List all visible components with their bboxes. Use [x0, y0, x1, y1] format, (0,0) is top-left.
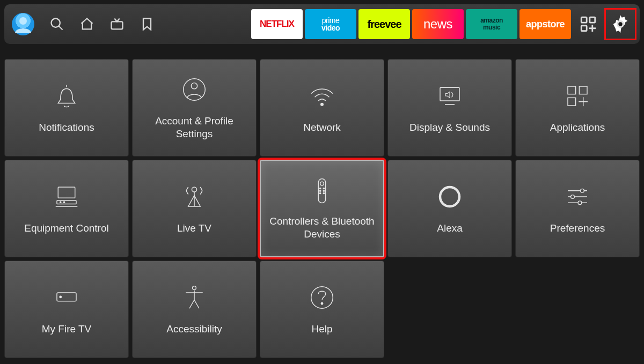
- antenna-icon: [180, 182, 209, 211]
- svg-point-23: [63, 202, 64, 203]
- person-circle-icon: [180, 75, 209, 104]
- svg-rect-15: [568, 86, 576, 94]
- equipment-icon: [52, 182, 81, 211]
- app-primevideo[interactable]: prime video: [305, 9, 356, 39]
- svg-point-34: [323, 193, 324, 194]
- card-preferences[interactable]: Preferences: [515, 160, 640, 257]
- card-label: Display & Sounds: [409, 121, 490, 134]
- svg-line-47: [189, 300, 194, 309]
- app-amazon-music[interactable]: amazon music: [466, 9, 517, 39]
- card-label: Help: [311, 323, 332, 336]
- svg-rect-5: [590, 17, 595, 23]
- svg-point-41: [578, 201, 582, 205]
- sliders-icon: [563, 182, 592, 211]
- card-controllers-bluetooth[interactable]: Controllers & Bluetooth Devices: [260, 160, 384, 257]
- card-label: Notifications: [39, 121, 94, 134]
- svg-line-48: [194, 300, 199, 309]
- app-appstore[interactable]: appstore: [519, 9, 571, 39]
- svg-rect-16: [579, 86, 587, 94]
- svg-point-33: [320, 193, 321, 194]
- card-accessibility[interactable]: Accessibility: [132, 261, 257, 358]
- accessibility-icon: [180, 283, 209, 312]
- gear-icon: [610, 13, 631, 35]
- bookmark-icon: [140, 17, 155, 32]
- card-display-sounds[interactable]: Display & Sounds: [387, 59, 512, 157]
- help-icon: [308, 283, 336, 312]
- alexa-icon: [435, 182, 464, 211]
- card-account-profile[interactable]: Account & Profile Settings: [132, 59, 257, 157]
- profile-icon: [12, 13, 34, 35]
- profile-avatar[interactable]: [12, 13, 34, 35]
- settings-grid: Notifications Account & Profile Settings…: [4, 59, 640, 360]
- app-primevideo-line1: prime: [322, 17, 340, 24]
- svg-point-50: [321, 303, 323, 304]
- card-live-tv[interactable]: Live TV: [132, 160, 257, 257]
- svg-point-28: [320, 182, 324, 185]
- svg-point-9: [618, 21, 624, 27]
- app-netflix[interactable]: NETFLIX: [251, 9, 303, 39]
- svg-rect-20: [58, 187, 75, 198]
- card-my-fire-tv[interactable]: My Fire TV: [4, 261, 129, 358]
- card-help[interactable]: Help: [260, 261, 384, 358]
- card-label: Controllers & Bluetooth Devices: [266, 215, 378, 241]
- card-label: Live TV: [177, 222, 211, 235]
- svg-point-32: [323, 190, 324, 191]
- card-label: Account & Profile Settings: [138, 115, 251, 140]
- svg-rect-3: [112, 21, 123, 29]
- card-alexa[interactable]: Alexa: [387, 160, 512, 257]
- svg-point-12: [321, 103, 324, 106]
- card-applications[interactable]: Applications: [515, 59, 640, 157]
- top-nav-left: [12, 13, 155, 35]
- svg-point-30: [323, 188, 324, 189]
- tv-icon: [109, 17, 125, 32]
- card-label: Accessibility: [166, 323, 222, 336]
- svg-point-43: [60, 296, 61, 298]
- svg-line-2: [59, 26, 63, 30]
- svg-point-22: [60, 202, 61, 203]
- svg-rect-17: [568, 98, 576, 106]
- display-sound-icon: [435, 81, 464, 110]
- card-label: Alexa: [437, 222, 463, 235]
- svg-point-29: [320, 188, 321, 189]
- search-icon: [49, 17, 64, 32]
- bookmark-button[interactable]: [140, 17, 155, 32]
- svg-point-31: [320, 190, 321, 191]
- svg-point-49: [311, 287, 333, 309]
- svg-point-35: [440, 187, 459, 206]
- settings-button[interactable]: [605, 9, 635, 39]
- search-button[interactable]: [49, 17, 64, 32]
- app-music-line2: music: [483, 24, 500, 31]
- svg-point-39: [571, 195, 575, 199]
- app-freevee[interactable]: freevee: [358, 9, 410, 39]
- card-label: My Fire TV: [42, 323, 92, 336]
- bell-icon: [52, 81, 81, 110]
- wifi-icon: [308, 81, 336, 110]
- apps-grid-icon: [579, 15, 597, 33]
- svg-rect-6: [581, 26, 587, 31]
- card-label: Equipment Control: [24, 222, 108, 235]
- svg-point-37: [581, 189, 584, 193]
- home-icon: [79, 17, 94, 32]
- card-label: Network: [303, 121, 341, 134]
- svg-point-10: [184, 79, 206, 101]
- apps-icon: [563, 81, 592, 110]
- home-button[interactable]: [79, 17, 94, 32]
- svg-point-44: [193, 286, 196, 290]
- card-label: Applications: [550, 121, 605, 134]
- svg-point-11: [191, 83, 197, 89]
- device-icon: [52, 283, 81, 312]
- app-news[interactable]: news: [412, 9, 464, 39]
- card-network[interactable]: Network: [260, 59, 384, 157]
- svg-rect-4: [581, 17, 587, 23]
- top-nav-right: NETFLIX prime video freevee news amazon …: [251, 9, 635, 39]
- card-equipment-control[interactable]: Equipment Control: [4, 160, 129, 257]
- app-primevideo-line2: video: [321, 24, 340, 32]
- card-notifications[interactable]: Notifications: [4, 59, 129, 157]
- svg-point-1: [52, 19, 60, 27]
- remote-icon: [308, 176, 336, 205]
- live-button[interactable]: [109, 17, 125, 32]
- card-label: Preferences: [550, 222, 605, 235]
- svg-point-25: [192, 187, 197, 192]
- apps-grid-button[interactable]: [573, 9, 603, 39]
- svg-point-0: [19, 17, 27, 25]
